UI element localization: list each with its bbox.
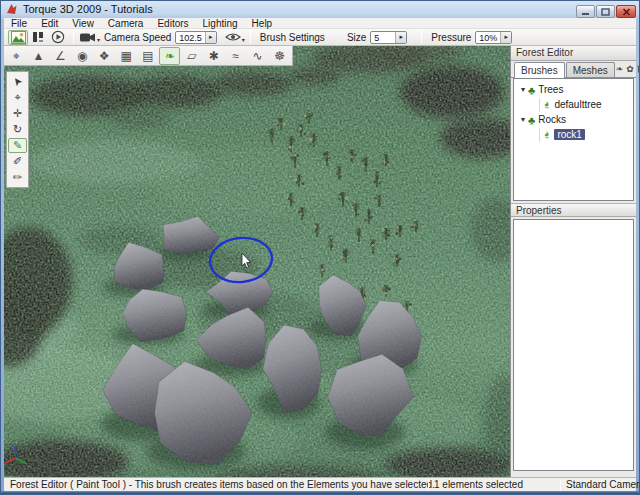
panel-title: Forest Editor <box>511 46 636 61</box>
pressure-arrow[interactable]: ▸ <box>500 32 511 43</box>
pressure-input[interactable]: 10% ▸ <box>475 31 512 44</box>
tree-group-label[interactable]: Rocks <box>538 114 566 125</box>
status-message: Forest Editor ( Paint Tool ) - This brus… <box>10 479 435 490</box>
menu-item-editors[interactable]: Editors <box>150 18 195 29</box>
size-label: Size <box>347 32 366 43</box>
maximize-button[interactable] <box>596 5 615 18</box>
pressure-label: Pressure <box>431 32 471 43</box>
move-tool-button[interactable]: ✛ <box>8 106 27 121</box>
material-editor-tool-button[interactable]: ◉ <box>72 47 93 65</box>
tree-group-rocks[interactable]: ▾ ♣ Rocks <box>514 112 633 127</box>
camera-dropdown-caret[interactable]: ▾ <box>97 36 100 45</box>
brush-settings-label: Brush Settings <box>260 32 325 43</box>
menu-item-edit[interactable]: Edit <box>34 18 65 29</box>
camera-speed-input[interactable]: 102.5 ▸ <box>175 31 217 44</box>
river-editor-tool-button[interactable]: ≈ <box>225 47 246 65</box>
visibility-dropdown-caret[interactable]: ▾ <box>242 36 245 45</box>
close-button[interactable] <box>616 5 636 18</box>
leaf-icon: ❧ <box>542 130 553 139</box>
mesh-road-editor-tool-button[interactable]: ▱ <box>181 47 202 65</box>
caret-down-icon[interactable]: ▾ <box>518 85 528 94</box>
toolbar-separator <box>421 30 422 44</box>
list-item-defaulttree[interactable]: ❧ defaulttree <box>514 97 633 112</box>
window-title: Torque 3D 2009 - Tutorials <box>23 3 153 15</box>
menu-item-camera[interactable]: Camera <box>101 18 151 29</box>
window: Torque 3D 2009 - Tutorials FileEditViewC… <box>0 0 640 495</box>
tab-brushes[interactable]: Brushes <box>514 62 565 78</box>
status-selection: 1 elements selected <box>434 479 523 490</box>
camera-speed-arrow[interactable]: ▸ <box>205 32 216 43</box>
forest-tool-palette: ➤⌖✛↻✎✐✏ <box>6 71 29 188</box>
camera-icon[interactable] <box>79 32 96 43</box>
menu-item-view[interactable]: View <box>65 18 101 29</box>
camera-speed-value[interactable]: 102.5 <box>176 32 205 43</box>
tree-group-icon: ♣ <box>528 85 535 95</box>
gui-panels-icon <box>32 31 44 43</box>
app-logo-icon <box>6 3 18 15</box>
brush-list: ▾ ♣ Trees ❧ defaulttree ▾ ♣ Rocks ❧ rock… <box>513 78 634 201</box>
tree-group-label[interactable]: Trees <box>538 84 563 95</box>
menu-item-file[interactable]: File <box>4 18 34 29</box>
size-input[interactable]: 5 ▸ <box>370 31 407 44</box>
brush-item-label-selected[interactable]: rock1 <box>554 129 584 140</box>
viewport-canvas[interactable] <box>4 46 510 477</box>
size-value[interactable]: 5 <box>371 32 395 43</box>
forest-editor-tool-button[interactable]: ❧ <box>159 47 180 65</box>
list-item-rock1[interactable]: ❧ rock1 <box>514 127 633 142</box>
status-bar: Forest Editor ( Paint Tool ) - This brus… <box>4 477 636 491</box>
status-camera: Standard Camera <box>566 479 640 490</box>
gizmo-z-axis <box>15 446 16 458</box>
toolbar-separator <box>73 30 74 44</box>
tree-indent <box>514 128 540 142</box>
scene-icon <box>11 31 26 44</box>
menu-bar: FileEditViewCameraEditorsLightingHelp <box>4 18 636 29</box>
terrain-painter-tool-button[interactable]: ∠ <box>50 47 71 65</box>
erase-selected-tool-button[interactable]: ✏ <box>8 170 27 185</box>
camera-speed-label: Camera Speed <box>104 32 171 43</box>
world-editor-button[interactable] <box>8 30 28 45</box>
tab-meshes[interactable]: Meshes <box>566 62 615 77</box>
tree-group-icon: ♣ <box>528 115 535 125</box>
tree-group-trees[interactable]: ▾ ♣ Trees <box>514 82 633 97</box>
status-divider <box>428 479 429 491</box>
menu-item-help[interactable]: Help <box>245 18 280 29</box>
status-divider <box>560 479 561 491</box>
shape-editor-tool-button[interactable]: ❖ <box>94 47 115 65</box>
add-brush-icon[interactable]: ❧ <box>616 65 624 74</box>
particle-editor-tool-button[interactable]: ✱ <box>203 47 224 65</box>
play-icon <box>51 30 65 44</box>
object-editor-tool-button[interactable]: ⌖ <box>6 47 27 65</box>
gui-editor-button[interactable] <box>28 30 48 45</box>
rotate-tool-button[interactable]: ↻ <box>8 122 27 137</box>
navigation-editor-tool-button[interactable]: ☸ <box>269 47 290 65</box>
decal-editor-tool-button[interactable]: ▤ <box>138 47 159 65</box>
main-toolbar: ▾ Camera Speed 102.5 ▸ ▾ Brush Settings … <box>4 29 636 46</box>
minimize-button[interactable] <box>576 5 595 18</box>
rocks-layer <box>4 46 510 477</box>
properties-title: Properties <box>511 203 636 217</box>
road-editor-tool-button[interactable]: ∿ <box>247 47 268 65</box>
erase-tool-button[interactable]: ✐ <box>8 154 27 169</box>
datablock-editor-tool-button[interactable]: ▦ <box>116 47 137 65</box>
viewport[interactable] <box>4 46 510 477</box>
visibility-eye-icon[interactable] <box>225 32 241 42</box>
caret-down-icon[interactable]: ▾ <box>518 115 528 124</box>
editor-toolbar: ⌖▲∠◉❖▦▤❧▱✱≈∿☸ <box>4 46 293 66</box>
play-button[interactable] <box>48 30 68 45</box>
panel-tabs: Brushes Meshes ❧ ✿ <box>511 61 636 78</box>
brush-item-label[interactable]: defaulttree <box>554 99 601 110</box>
add-element-icon[interactable]: ✿ <box>626 65 634 74</box>
leaf-icon: ❧ <box>542 100 553 109</box>
terrain-editor-tool-button[interactable]: ▲ <box>28 47 49 65</box>
menu-item-lighting[interactable]: Lighting <box>196 18 245 29</box>
size-arrow[interactable]: ▸ <box>395 32 406 43</box>
paint-tool-button[interactable]: ✎ <box>8 138 27 153</box>
title-bar[interactable]: Torque 3D 2009 - Tutorials <box>0 0 640 18</box>
toolbar-separator <box>250 30 251 44</box>
forest-editor-panel: Forest Editor Brushes Meshes ❧ ✿ ▾ ♣ Tre… <box>510 46 636 477</box>
pressure-value[interactable]: 10% <box>476 32 500 43</box>
properties-panel[interactable] <box>513 219 634 471</box>
tree-indent <box>514 98 540 112</box>
